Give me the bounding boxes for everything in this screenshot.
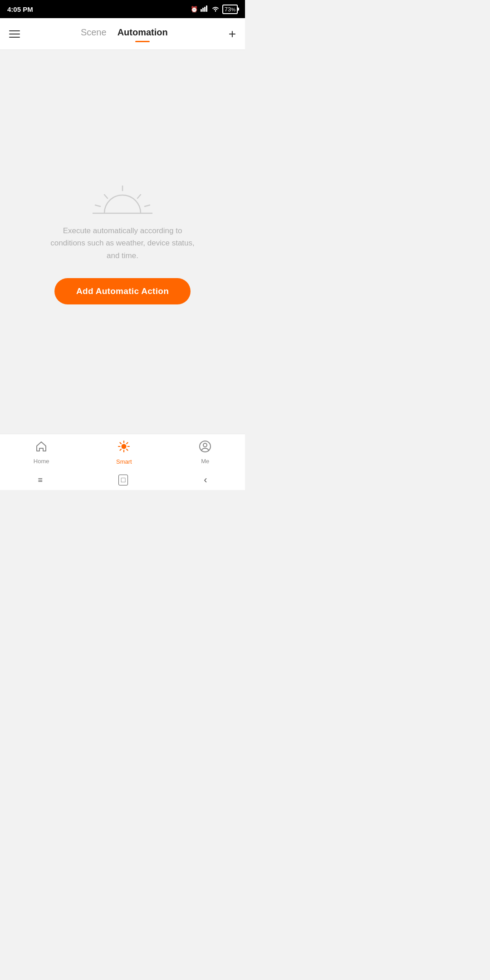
svg-line-7	[95, 205, 100, 206]
wifi-icon	[211, 5, 220, 13]
svg-line-16	[127, 449, 128, 451]
android-nav-bar: ≡ □ ‹	[0, 470, 245, 490]
nav-item-home[interactable]: Home	[34, 440, 49, 465]
add-automatic-action-button[interactable]: Add Automatic Action	[54, 278, 191, 304]
nav-item-smart[interactable]: Smart	[116, 440, 132, 465]
nav-label-smart: Smart	[116, 458, 132, 465]
svg-line-17	[127, 442, 128, 444]
svg-line-9	[145, 205, 150, 206]
status-bar: 4:05 PM ⏰ 73%	[0, 0, 245, 18]
nav-label-me: Me	[201, 458, 209, 465]
svg-point-10	[122, 444, 127, 449]
home-icon	[35, 440, 48, 456]
header-tabs: Scene Automation	[81, 27, 168, 40]
svg-rect-2	[204, 7, 206, 12]
svg-line-8	[137, 195, 141, 198]
description-text: Execute automatically according to condi…	[50, 225, 195, 262]
svg-rect-3	[206, 5, 207, 12]
svg-line-15	[120, 442, 122, 444]
svg-point-20	[203, 443, 207, 447]
android-back-button[interactable]: ‹	[204, 474, 207, 486]
nav-item-me[interactable]: Me	[199, 440, 211, 465]
android-menu-button[interactable]: ≡	[38, 475, 43, 485]
signal-icon	[201, 5, 209, 13]
svg-line-18	[120, 449, 122, 451]
status-time: 4:05 PM	[7, 5, 33, 13]
me-icon	[199, 440, 211, 456]
battery-icon: 73%	[222, 5, 238, 14]
status-icons: ⏰ 73%	[191, 5, 238, 14]
svg-line-6	[104, 195, 108, 198]
main-content: Execute automatically according to condi…	[0, 50, 245, 434]
sunrise-illustration	[86, 179, 159, 225]
svg-rect-1	[202, 8, 204, 12]
bottom-nav: Home Smart	[0, 434, 245, 470]
alarm-icon: ⏰	[191, 6, 198, 13]
svg-rect-0	[201, 9, 202, 12]
add-button[interactable]: +	[229, 28, 236, 40]
menu-button[interactable]	[9, 30, 20, 38]
header: Scene Automation +	[0, 18, 245, 50]
android-home-button[interactable]: □	[118, 475, 128, 485]
smart-icon	[117, 440, 131, 456]
tab-scene[interactable]: Scene	[81, 27, 107, 40]
tab-automation[interactable]: Automation	[118, 27, 168, 40]
nav-label-home: Home	[34, 458, 49, 465]
